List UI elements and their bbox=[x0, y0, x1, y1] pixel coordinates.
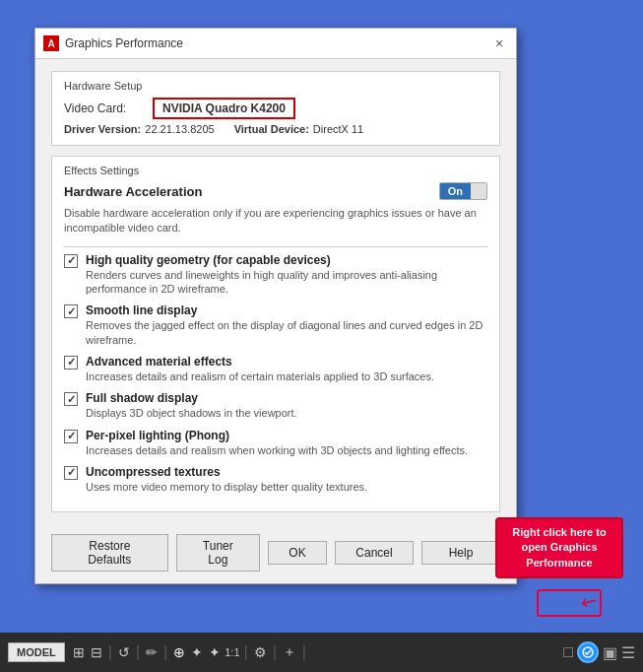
snap-icon[interactable]: ⊕ bbox=[171, 644, 187, 660]
effect-checkbox[interactable] bbox=[64, 254, 78, 268]
effect-checkbox[interactable] bbox=[64, 392, 78, 406]
effect-text: Uncompressed texturesUses more video mem… bbox=[86, 465, 487, 494]
cancel-button[interactable]: Cancel bbox=[335, 541, 414, 565]
model-tab-button[interactable]: MODEL bbox=[8, 642, 65, 662]
effect-item: Smooth line displayRemoves the jagged ef… bbox=[64, 303, 487, 347]
graphics-performance-dialog: A Graphics Performance × Hardware Setup … bbox=[34, 28, 517, 584]
taskbar: MODEL ⊞ ⊟ | ↺ | ✏ | ⊕ ✦ ✦ 1:1 | ⚙ | ＋ | … bbox=[0, 633, 643, 672]
toggle-off-label bbox=[471, 189, 486, 193]
video-card-label: Video Card: bbox=[64, 101, 153, 115]
effect-desc: Increases details and realism of certain… bbox=[86, 370, 487, 383]
effects-description: Disable hardware acceleration only if yo… bbox=[64, 206, 487, 236]
effect-checkbox[interactable] bbox=[64, 356, 78, 370]
effect-text: Full shadow displayDisplays 3D object sh… bbox=[86, 391, 487, 420]
virtual-device-value: DirectX 11 bbox=[313, 123, 363, 135]
close-button[interactable]: × bbox=[490, 34, 508, 52]
dialog-title: Graphics Performance bbox=[65, 36, 183, 50]
plus-icon[interactable]: ＋ bbox=[281, 643, 298, 661]
ok-button[interactable]: OK bbox=[268, 541, 327, 565]
annotation-text: Right click here to open Graphics Perfor… bbox=[512, 526, 606, 569]
effect-item: High quality geometry (for capable devic… bbox=[64, 253, 487, 297]
effect-name: Advanced material effects bbox=[86, 355, 487, 369]
effect-name: Full shadow display bbox=[86, 391, 487, 405]
driver-info-row: Driver Version: 22.21.13.8205 Virtual De… bbox=[64, 123, 487, 135]
video-card-row: Video Card: NVIDIA Quadro K4200 bbox=[64, 98, 487, 119]
effects-list: High quality geometry (for capable devic… bbox=[64, 253, 487, 494]
taskbar-grid-icons: ⊞ ⊟ | ↺ | ✏ | ⊕ ✦ ✦ 1:1 | ⚙ | ＋ | bbox=[71, 643, 308, 661]
effect-name: High quality geometry (for capable devic… bbox=[86, 253, 487, 267]
gear-icon[interactable]: ⚙ bbox=[252, 644, 269, 660]
effect-checkbox[interactable] bbox=[64, 466, 78, 480]
hardware-acceleration-toggle[interactable]: On bbox=[439, 182, 487, 200]
scale-label: 1:1 bbox=[225, 646, 239, 658]
sep1: | bbox=[108, 643, 112, 661]
menu-icon[interactable]: ☰ bbox=[621, 643, 635, 662]
effect-name: Smooth line display bbox=[86, 303, 487, 317]
display-icon[interactable]: ▣ bbox=[603, 643, 617, 662]
effect-item: Advanced material effectsIncreases detai… bbox=[64, 355, 487, 383]
effect-item: Per-pixel lighting (Phong)Increases deta… bbox=[64, 429, 487, 457]
autocad-icon: A bbox=[43, 35, 59, 51]
effect-desc: Displays 3D object shadows in the viewpo… bbox=[86, 406, 487, 420]
polar-icon[interactable]: ✦ bbox=[189, 644, 205, 660]
effects-settings-label: Effects Settings bbox=[64, 165, 487, 176]
help-button[interactable]: Help bbox=[421, 541, 500, 565]
virtual-device-item: Virtual Device: DirectX 11 bbox=[234, 123, 364, 135]
sep3: | bbox=[163, 643, 167, 661]
effect-desc: Removes the jagged effect on the display… bbox=[86, 318, 487, 347]
hardware-setup-section: Hardware Setup Video Card: NVIDIA Quadro… bbox=[51, 71, 500, 146]
orbit-icon[interactable]: ↺ bbox=[116, 644, 132, 660]
driver-version-label: Driver Version: bbox=[64, 123, 141, 135]
effect-text: High quality geometry (for capable devic… bbox=[86, 253, 487, 297]
video-card-value: NVIDIA Quadro K4200 bbox=[153, 98, 295, 119]
effect-item: Uncompressed texturesUses more video mem… bbox=[64, 465, 487, 494]
effect-name: Uncompressed textures bbox=[86, 465, 487, 479]
sep4: | bbox=[244, 643, 248, 661]
draw-icon[interactable]: ✏ bbox=[144, 644, 160, 660]
effects-settings-section: Effects Settings Hardware Acceleration O… bbox=[51, 156, 500, 512]
effect-checkbox[interactable] bbox=[64, 430, 78, 443]
dialog-title-left: A Graphics Performance bbox=[43, 35, 183, 51]
hardware-setup-label: Hardware Setup bbox=[64, 80, 487, 92]
hardware-acceleration-title: Hardware Acceleration bbox=[64, 184, 202, 199]
effect-desc: Uses more video memory to display better… bbox=[86, 480, 487, 494]
toggle-on-label: On bbox=[440, 183, 471, 199]
effect-item: Full shadow displayDisplays 3D object sh… bbox=[64, 391, 487, 420]
viewport-icon[interactable]: □ bbox=[563, 643, 573, 661]
grid-icon[interactable]: ⊞ bbox=[71, 644, 87, 660]
sep6: | bbox=[302, 643, 306, 661]
restore-defaults-button[interactable]: Restore Defaults bbox=[51, 534, 168, 571]
dialog-titlebar: A Graphics Performance × bbox=[35, 29, 516, 59]
dialog-body: Hardware Setup Video Card: NVIDIA Quadro… bbox=[35, 59, 516, 524]
effect-checkbox[interactable] bbox=[64, 304, 78, 318]
tuner-log-button[interactable]: Tuner Log bbox=[176, 534, 260, 571]
effect-text: Per-pixel lighting (Phong)Increases deta… bbox=[86, 429, 487, 457]
graphics-performance-icon[interactable] bbox=[577, 641, 599, 663]
sep5: | bbox=[273, 643, 277, 661]
effects-divider bbox=[64, 246, 487, 247]
osnap-icon[interactable]: ✦ bbox=[207, 644, 223, 660]
virtual-device-label: Virtual Device: bbox=[234, 123, 309, 135]
circle-check-icon bbox=[582, 646, 594, 658]
driver-version-value: 22.21.13.8205 bbox=[145, 123, 214, 135]
effect-text: Advanced material effectsIncreases detai… bbox=[86, 355, 487, 383]
driver-version-item: Driver Version: 22.21.13.8205 bbox=[64, 123, 215, 135]
annotation-bubble: Right click here to open Graphics Perfor… bbox=[495, 517, 623, 578]
taskbar-right-icons: □ ▣ ☰ bbox=[563, 641, 635, 663]
effect-desc: Increases details and realism when worki… bbox=[86, 443, 487, 457]
grid2-icon[interactable]: ⊟ bbox=[89, 644, 104, 660]
effect-text: Smooth line displayRemoves the jagged ef… bbox=[86, 303, 487, 347]
effect-name: Per-pixel lighting (Phong) bbox=[86, 429, 487, 442]
annotation-arrow-icon: ↙ bbox=[576, 586, 603, 615]
sep2: | bbox=[136, 643, 140, 661]
buttons-row: Restore Defaults Tuner Log OK Cancel Hel… bbox=[35, 524, 516, 583]
effects-header-row: Hardware Acceleration On bbox=[64, 182, 487, 200]
effect-desc: Renders curves and lineweights in high q… bbox=[86, 268, 487, 297]
